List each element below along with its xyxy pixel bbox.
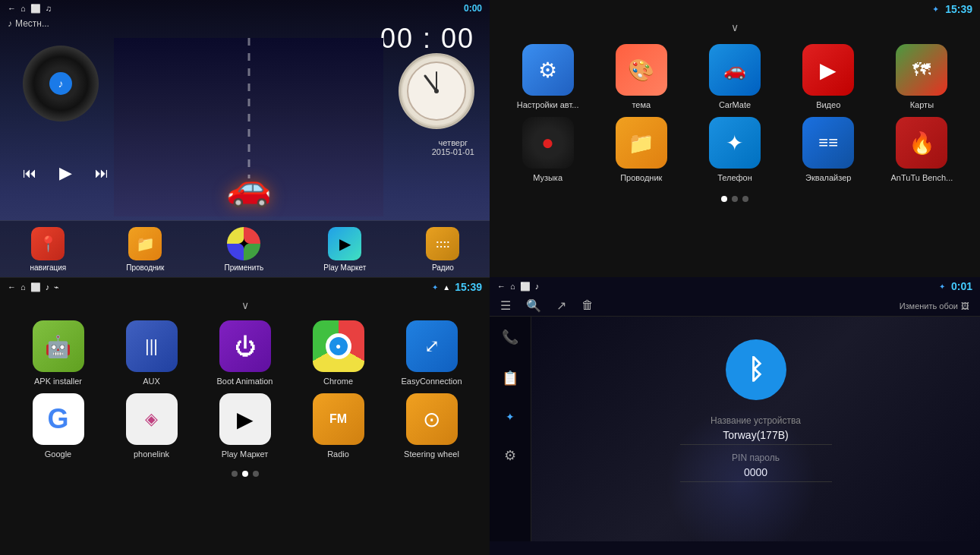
chevron-down-q3[interactable]: ∨ [0,296,490,314]
app-radio[interactable]: FM Radio [295,393,381,459]
nav-app-item[interactable]: 📍 навигация [30,227,67,272]
status-bar-q2: ✦ 15:39 [490,0,980,18]
window-icon-q4[interactable]: ⬜ [520,282,531,292]
eq-label: Эквалайзер [805,173,851,182]
next-button[interactable]: ⏭ [95,166,109,181]
app-settings[interactable]: ⚙ Настройки авт... [505,44,591,109]
status-right-q4: ✦ 0:01 [939,280,972,292]
apk-label: APK installer [34,377,82,386]
app-grid-q2: ⚙ Настройки авт... 🎨 тема 🚗 CarMate ▶ Ви… [490,36,980,190]
apps-app-item[interactable]: ✦ Применить [225,227,264,272]
app-video[interactable]: ▶ Видео [786,44,871,109]
app-maps[interactable]: 🗺 Карты [879,44,965,109]
app-antutu[interactable]: 🔥 AnTuTu Bench... [879,117,965,182]
list-icon[interactable]: ☰ [500,298,511,313]
explorer-label: Проводник [126,263,164,272]
steering-icon: ⊙ [406,393,458,445]
app-explorer[interactable]: 📁 Проводник [598,117,684,182]
dot-2[interactable] [732,196,738,202]
app-aux[interactable]: ||| AUX [109,320,194,386]
app-phonelink[interactable]: ◈ phonelink [109,393,194,459]
boot-icon: ⏻ [219,320,271,372]
status-left-q4: ← ⌂ ⬜ ♪ [497,282,539,292]
home-icon[interactable]: ⌂ [20,4,26,13]
search-icon[interactable]: 🔍 [526,298,541,313]
app-music[interactable]: ● Музыка [505,117,591,182]
steering-label: Steering wheel [404,449,459,459]
radio-icon-q3: FM [313,393,364,445]
app-playstore[interactable]: ▶ Play Маркет [202,393,288,459]
app-carmate[interactable]: 🚗 CarMate [692,44,777,109]
market-app-item[interactable]: ▶ Play Маркет [323,227,366,272]
prev-button[interactable]: ⏮ [23,166,36,181]
market-icon: ▶ [328,227,361,260]
radio-label: Радио [432,263,454,272]
time-q2: 15:39 [945,3,972,15]
time-q3: 15:39 [455,281,482,293]
maps-label: Карты [910,100,934,109]
toolbar-q4: ☰ 🔍 ↗ 🗑 Изменить обои 🖼 [490,295,980,317]
delete-icon[interactable]: 🗑 [581,298,594,313]
radio-app-item[interactable]: :::: Радио [426,227,459,272]
bt-icon-q3: ✦ [432,283,438,292]
dot-q3-3[interactable] [253,471,259,477]
app-google[interactable]: G Google [15,393,101,459]
app-boot[interactable]: ⏻ Boot Animation [202,320,288,386]
status-bar-q3: ← ⌂ ⬜ ♪ ⌁ ✦ ▲ 15:39 [0,278,490,296]
play-button[interactable]: ▶ [59,163,72,183]
dot-1[interactable] [721,196,727,202]
google-icon: G [33,393,84,445]
dot-3[interactable] [742,196,748,202]
settings-sidebar-icon[interactable]: ⚙ [499,443,521,468]
playstore-icon: ▶ [219,393,271,445]
share-icon[interactable]: ↗ [556,298,566,313]
app-grid-russian-screen: ✦ 15:39 ∨ ⚙ Настройки авт... 🎨 тема 🚗 Ca… [490,0,980,277]
apps-icon: ✦ [227,227,260,260]
antutu-label: AnTuTu Bench... [891,173,953,182]
svg-point-3 [434,89,439,93]
app-chrome[interactable]: ● Chrome [295,320,381,386]
aux-label: AUX [143,377,160,386]
app-apk[interactable]: 🤖 APK installer [15,320,101,386]
carmate-label: CarMate [719,100,751,109]
video-icon: ▶ [802,44,854,96]
back-icon-q4[interactable]: ← [497,282,506,292]
apps-label: Применить [225,263,264,272]
window-icon[interactable]: ⬜ [30,4,41,14]
back-icon-q3[interactable]: ← [8,282,16,292]
time-display: 00 : 00 [380,23,474,55]
home-icon-q4[interactable]: ⌂ [510,282,515,292]
explorer-app-item[interactable]: 📁 Проводник [126,227,164,272]
dot-q3-1[interactable] [232,471,238,477]
status-right-q3: ✦ ▲ 15:39 [432,281,482,293]
theme-icon: 🎨 [616,44,667,96]
carmate-icon: 🚗 [709,44,761,96]
app-eq[interactable]: ≡≡ Эквалайзер [786,117,871,182]
app-steering[interactable]: ⊙ Steering wheel [389,393,474,459]
radio-label-q3: Radio [327,449,349,459]
chevron-down-q2[interactable]: ∨ [490,18,980,36]
back-icon[interactable]: ← [8,4,16,13]
bottom-nav-bar: 📍 навигация 📁 Проводник ✦ Применить ▶ Pl… [0,220,490,277]
app-easy[interactable]: ⤢ EasyConnection [389,320,474,386]
phone-sidebar-icon[interactable]: 📞 [497,324,523,350]
app-theme[interactable]: 🎨 тема [598,44,684,109]
window-icon-q3[interactable]: ⬜ [30,282,41,292]
contacts-sidebar-icon[interactable]: 📋 [497,365,523,391]
page-dots-q2 [490,190,980,208]
usb-icon-q3: ⌁ [54,282,59,292]
music-icon-q4: ♪ [535,282,540,292]
bt-sidebar-icon[interactable]: ✦ [501,406,519,427]
music-icon: ♫ [46,4,52,13]
status-bar-q1: ← ⌂ ⬜ ♫ 0:00 [0,0,490,17]
page-dots-q3 [0,465,490,483]
change-wallpaper-button[interactable]: Изменить обои 🖼 [900,301,969,311]
home-icon-q3[interactable]: ⌂ [20,282,26,292]
dot-q3-2[interactable] [242,471,248,477]
road-center-line [247,38,250,178]
easy-icon: ⤢ [406,320,458,372]
folder-icon: 📁 [128,227,162,260]
toolbar-left: ☰ 🔍 ↗ 🗑 [500,298,884,313]
app-phone[interactable]: ✦ Телефон [692,117,777,182]
road-scene: 🚗 [114,38,383,216]
